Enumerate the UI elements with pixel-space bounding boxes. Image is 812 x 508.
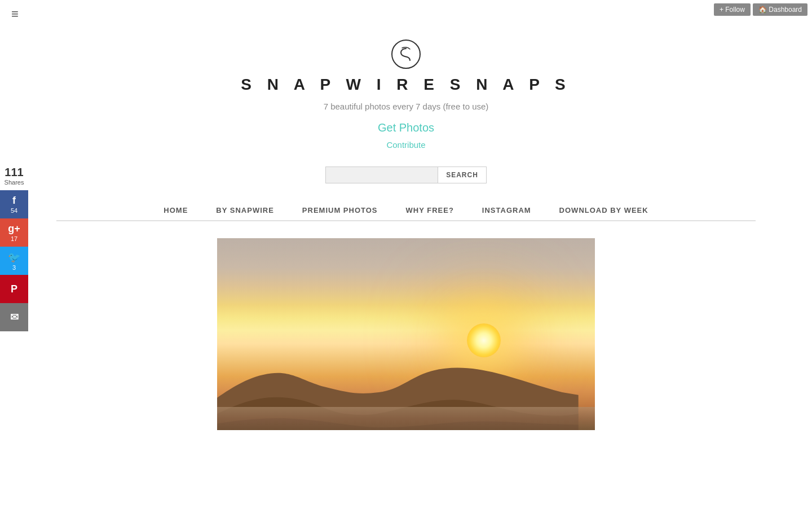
- facebook-icon: f: [12, 195, 16, 207]
- contribute-link[interactable]: Contribute: [0, 140, 812, 150]
- twitter-button[interactable]: 🐦 3: [0, 247, 28, 275]
- facebook-button[interactable]: f 54: [0, 190, 28, 218]
- shares-count: 111 Shares: [0, 164, 28, 188]
- twitter-icon: 🐦: [8, 251, 20, 264]
- email-button[interactable]: ✉: [0, 303, 28, 331]
- site-logo: [391, 40, 421, 69]
- follow-button[interactable]: + Follow: [714, 3, 751, 16]
- googleplus-count: 17: [11, 235, 17, 242]
- pinterest-icon: P: [11, 283, 17, 295]
- search-button[interactable]: SEARCH: [438, 167, 487, 183]
- social-sidebar: 111 Shares f 54 g+ 17 🐦 3 P ✉: [0, 164, 28, 331]
- top-bar: + Follow 🏠 Dashboard: [709, 0, 812, 19]
- nav-by-snapwire[interactable]: BY SNAPWIRE: [216, 206, 274, 214]
- site-title: S N A P W I R E S N A P S: [0, 76, 812, 94]
- shares-number: 111: [2, 166, 26, 179]
- googleplus-button[interactable]: g+ 17: [0, 218, 28, 247]
- hamburger-menu[interactable]: ≡: [11, 8, 19, 20]
- search-input[interactable]: [325, 167, 438, 183]
- hero-image: [217, 238, 595, 430]
- search-bar: SEARCH: [0, 167, 812, 183]
- nav-download-by-week[interactable]: DOWNLOAD BY WEEK: [559, 206, 648, 214]
- main-container: S N A P W I R E S N A P S 7 beautiful ph…: [0, 0, 812, 430]
- nav-premium-photos[interactable]: PREMIUM PHOTOS: [302, 206, 378, 214]
- pinterest-button[interactable]: P: [0, 275, 28, 303]
- water: [217, 407, 595, 430]
- hero-image-container: [0, 238, 812, 430]
- logo-svg: [398, 46, 414, 63]
- shares-label: Shares: [5, 179, 24, 186]
- googleplus-icon: g+: [8, 223, 20, 235]
- facebook-count: 54: [11, 207, 17, 214]
- get-photos-link[interactable]: Get Photos: [0, 121, 812, 134]
- nav-divider: [56, 221, 756, 221]
- nav-instagram[interactable]: INSTAGRAM: [482, 206, 531, 214]
- main-nav: HOME BY SNAPWIRE PREMIUM PHOTOS WHY FREE…: [56, 200, 756, 221]
- twitter-count: 3: [12, 264, 16, 271]
- site-tagline: 7 beautiful photos every 7 days (free to…: [0, 102, 812, 111]
- beach-photo: [217, 238, 595, 430]
- site-header: S N A P W I R E S N A P S 7 beautiful ph…: [0, 23, 812, 167]
- sky-overlay: [217, 238, 595, 315]
- nav-why-free[interactable]: WHY FREE?: [406, 206, 454, 214]
- nav-home[interactable]: HOME: [164, 206, 188, 214]
- dashboard-button[interactable]: 🏠 Dashboard: [753, 3, 807, 16]
- email-icon: ✉: [10, 311, 19, 323]
